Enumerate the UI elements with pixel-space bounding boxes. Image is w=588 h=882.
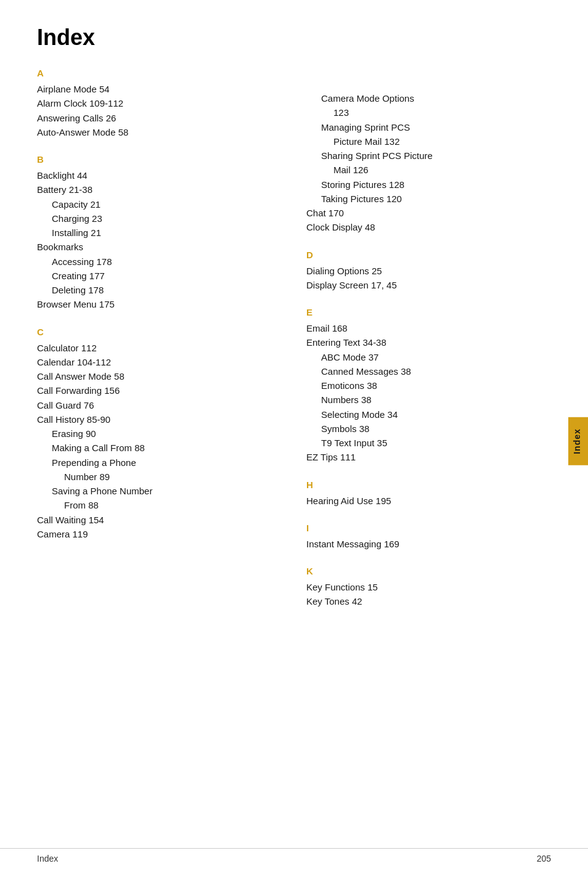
entry-airplane-mode: Airplane Mode 54 <box>37 82 282 96</box>
entry-prepending: Prepending a Phone <box>37 455 282 470</box>
entry-auto-answer: Auto-Answer Mode 58 <box>37 125 282 139</box>
page-footer: Index 205 <box>0 848 588 864</box>
right-column: Camera Mode Options 123 Managing Sprint … <box>306 68 551 624</box>
section-letter-c: C <box>37 327 282 337</box>
entry-camera-mode-options: Camera Mode Options <box>306 91 551 105</box>
entry-erasing: Erasing 90 <box>37 427 282 441</box>
entry-t9-text-input: T9 Text Input 35 <box>306 436 551 450</box>
entry-clock-display: Clock Display 48 <box>306 220 551 234</box>
section-a: A Airplane Mode 54 Alarm Clock 109-112 A… <box>37 68 282 139</box>
side-tab: Index <box>568 417 588 465</box>
section-letter-i: I <box>306 523 551 533</box>
entry-taking-pictures: Taking Pictures 120 <box>306 192 551 206</box>
section-letter-a: A <box>37 68 282 78</box>
entry-picture-mail-132: Picture Mail 132 <box>306 134 551 149</box>
page-title: Index <box>37 25 551 51</box>
entry-calculator: Calculator 112 <box>37 341 282 355</box>
entry-instant-messaging: Instant Messaging 169 <box>306 537 551 551</box>
entry-calendar: Calendar 104-112 <box>37 355 282 369</box>
entry-entering-text: Entering Text 34-38 <box>306 335 551 349</box>
footer-left: Index <box>37 854 58 864</box>
entry-email: Email 168 <box>306 321 551 335</box>
left-column: A Airplane Mode 54 Alarm Clock 109-112 A… <box>37 68 282 556</box>
section-h: H Hearing Aid Use 195 <box>306 480 551 508</box>
section-i: I Instant Messaging 169 <box>306 523 551 551</box>
entry-accessing: Accessing 178 <box>37 255 282 269</box>
section-k: K Key Functions 15 Key Tones 42 <box>306 566 551 609</box>
section-d: D Dialing Options 25 Display Screen 17, … <box>306 250 551 293</box>
entry-camera: Camera 119 <box>37 527 282 541</box>
section-e: E Email 168 Entering Text 34-38 ABC Mode… <box>306 307 551 465</box>
entry-123: 123 <box>306 105 551 120</box>
entry-battery: Battery 21-38 <box>37 182 282 197</box>
entry-storing-pictures: Storing Pictures 128 <box>306 178 551 192</box>
entry-sharing-sprint: Sharing Sprint PCS Picture <box>306 149 551 163</box>
entry-deleting: Deleting 178 <box>37 283 282 297</box>
section-b: B Backlight 44 Battery 21-38 Capacity 21… <box>37 154 282 312</box>
entry-call-history: Call History 85-90 <box>37 412 282 427</box>
entry-hearing-aid: Hearing Aid Use 195 <box>306 494 551 508</box>
entry-installing: Installing 21 <box>37 226 282 240</box>
entry-call-forwarding: Call Forwarding 156 <box>37 383 282 398</box>
section-letter-k: K <box>306 566 551 576</box>
entry-number: Number 89 <box>37 470 282 484</box>
entry-call-guard: Call Guard 76 <box>37 398 282 412</box>
entry-numbers: Numbers 38 <box>306 393 551 407</box>
entry-bookmarks: Bookmarks <box>37 240 282 254</box>
entry-key-tones: Key Tones 42 <box>306 594 551 608</box>
entry-symbols: Symbols 38 <box>306 422 551 436</box>
section-camera-cont: Camera Mode Options 123 Managing Sprint … <box>306 68 551 235</box>
page-container: Index A Airplane Mode 54 Alarm Clock 109… <box>0 0 588 882</box>
entry-dialing-options: Dialing Options 25 <box>306 264 551 278</box>
entry-call-waiting: Call Waiting 154 <box>37 513 282 527</box>
section-c: C Calculator 112 Calendar 104-112 Call A… <box>37 327 282 542</box>
section-letter-d: D <box>306 250 551 260</box>
entry-mail-126: Mail 126 <box>306 163 551 177</box>
entry-backlight: Backlight 44 <box>37 168 282 182</box>
entry-alarm-clock: Alarm Clock 109-112 <box>37 96 282 110</box>
section-letter-b: B <box>37 154 282 165</box>
entry-abc-mode: ABC Mode 37 <box>306 350 551 364</box>
entry-chat: Chat 170 <box>306 206 551 220</box>
entry-call-answer-mode: Call Answer Mode 58 <box>37 369 282 383</box>
entry-charging: Charging 23 <box>37 211 282 226</box>
entry-display-screen: Display Screen 17, 45 <box>306 278 551 292</box>
entry-from: From 88 <box>37 498 282 512</box>
entry-ez-tips: EZ Tips 111 <box>306 450 551 464</box>
entry-managing-sprint: Managing Sprint PCS <box>306 120 551 134</box>
entry-key-functions: Key Functions 15 <box>306 580 551 594</box>
content-columns: A Airplane Mode 54 Alarm Clock 109-112 A… <box>37 68 551 624</box>
entry-canned-messages: Canned Messages 38 <box>306 364 551 378</box>
entry-saving-phone: Saving a Phone Number <box>37 484 282 498</box>
entry-selecting-mode: Selecting Mode 34 <box>306 407 551 422</box>
entry-emoticons: Emoticons 38 <box>306 378 551 393</box>
section-letter-h: H <box>306 480 551 490</box>
section-letter-e: E <box>306 307 551 317</box>
entry-making-call: Making a Call From 88 <box>37 441 282 455</box>
entry-capacity: Capacity 21 <box>37 197 282 211</box>
entry-browser-menu: Browser Menu 175 <box>37 297 282 311</box>
entry-answering-calls: Answering Calls 26 <box>37 111 282 125</box>
entry-creating: Creating 177 <box>37 269 282 283</box>
footer-right: 205 <box>537 854 551 864</box>
